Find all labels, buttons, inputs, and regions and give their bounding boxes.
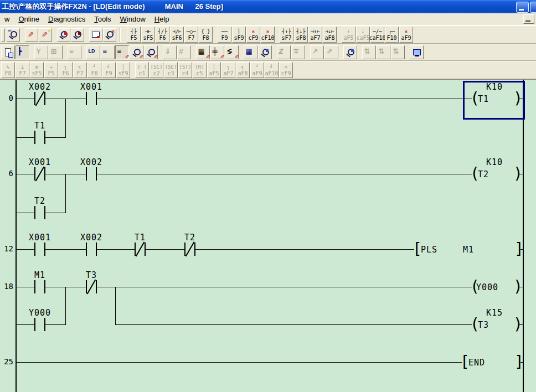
ladder-edit-canvas[interactable]: 0 X002 X001 T1 K10 ( T1 ) 6 X001 X002 T2… — [0, 79, 536, 392]
parallel-falling-pulse-button[interactable]: ⊣↓⊢aF8 — [323, 27, 337, 43]
wizard-disabled-button[interactable]: Y — [34, 45, 48, 59]
se-disabled-button[interactable]: [SE]c3 — [164, 62, 178, 78]
open-contact-button[interactable]: ┤├F5 — [127, 27, 141, 43]
ground-disabled-button[interactable]: ⊥F7 — [16, 62, 29, 78]
instruction-operand[interactable]: M1 — [463, 245, 474, 255]
grid-disabled-button[interactable]: # — [177, 45, 191, 59]
zoom-cancel-button[interactable] — [103, 28, 116, 42]
menu-item-window[interactable]: Window — [116, 14, 150, 24]
closed-contact-button[interactable]: ┤∕├F6 — [156, 27, 169, 43]
cut-toolbar-button[interactable] — [1, 28, 5, 42]
coil-button[interactable]: ─○─F7 — [184, 27, 198, 43]
contact-label: X002 — [20, 82, 59, 92]
parallel-closed-contact-button[interactable]: ⊣∕⊢sF6 — [170, 27, 184, 43]
menu-item-online[interactable]: Online — [14, 14, 44, 24]
find-device-button[interactable] — [7, 28, 20, 42]
corner3-disabled-button[interactable]: ┘F8 — [87, 62, 101, 78]
data-list-disabled-button[interactable]: ≡ — [68, 45, 81, 59]
monitor-screen-button[interactable] — [410, 45, 424, 59]
compare-edit-button[interactable]: ≶ — [225, 45, 239, 59]
sc-disabled-button[interactable]: [SC]c2 — [150, 62, 163, 78]
no-contact[interactable] — [86, 92, 97, 105]
corner7-disabled-button[interactable]: ┘aF9 — [250, 62, 264, 78]
cross-disabled-button[interactable]: +F5 — [44, 62, 58, 78]
corner1-disabled-button[interactable]: ┐F6 — [59, 62, 73, 78]
param-updown-disabled-button[interactable]: ⇅ — [362, 45, 376, 59]
copy-disabled-button[interactable]: ⊞ — [49, 45, 63, 59]
zoom-in-button[interactable] — [57, 28, 70, 42]
corner4-disabled-button[interactable]: ╛F9 — [102, 62, 116, 78]
edit-mode-button[interactable] — [25, 28, 38, 42]
menu-item-view-cut[interactable]: w — [0, 14, 14, 24]
grid-window-button[interactable]: ▦ — [244, 45, 257, 59]
delete-line-button[interactable]: ×aF9 — [399, 27, 413, 43]
grid-edit-button[interactable]: ▦ — [196, 45, 210, 59]
parallel-rising-pulse-button[interactable]: ⊣↑⊢aF7 — [308, 27, 322, 43]
vline2-disabled-button[interactable]: │aF5 — [207, 62, 221, 78]
no-contact[interactable] — [34, 131, 45, 144]
up-disabled-button[interactable]: ↑aF5 — [342, 27, 355, 43]
menu-item-help[interactable]: Help — [150, 14, 174, 24]
delete-horizontal-line-button[interactable]: ×cF9 — [246, 27, 260, 43]
corner2-disabled-button[interactable]: ╕F7 — [73, 62, 87, 78]
no-contact[interactable] — [86, 167, 97, 180]
project-tree-button[interactable]: ┣ — [16, 45, 29, 59]
wire — [115, 324, 472, 325]
falling-pulse-button[interactable]: ┤↓├sF8 — [294, 27, 308, 43]
parallel-open-contact-button[interactable]: ⊣⊢sF5 — [141, 27, 155, 43]
no-contact[interactable] — [34, 280, 45, 293]
coil-name[interactable]: Y000 — [476, 282, 498, 292]
corner5-disabled-button[interactable]: ┐aF7 — [221, 62, 235, 78]
no-contact[interactable] — [34, 318, 45, 331]
find-edit-button[interactable] — [130, 45, 143, 59]
menu-item-diagnostics[interactable]: Diagnostics — [44, 14, 90, 24]
z-disabled-button[interactable]: Z — [277, 45, 291, 59]
delete-x-disabled-button[interactable]: ×cF9 — [279, 62, 293, 78]
jump-disabled-button[interactable]: ↳F8 — [1, 62, 15, 78]
ladder-edit-button[interactable]: ≡ — [115, 45, 129, 59]
instruction-name[interactable]: END — [468, 358, 485, 368]
ladder-symbol-button[interactable]: ≡ — [101, 45, 115, 59]
no-contact[interactable] — [86, 243, 97, 256]
draw-line-button[interactable]: ┌─F10 — [385, 27, 399, 43]
invert-result-button[interactable]: ─∕─caF10 — [370, 27, 384, 43]
r-disabled-button[interactable]: [R]c5 — [193, 62, 207, 78]
t-disabled-button[interactable]: ∓ — [291, 45, 305, 59]
no-contact[interactable] — [34, 206, 45, 219]
monitor-zoom-button[interactable] — [343, 45, 357, 59]
line-edit-button[interactable]: ╪ — [210, 45, 224, 59]
window-arrow-disabled-button[interactable]: ↗ — [310, 45, 324, 59]
screen-transfer-button[interactable] — [89, 28, 102, 42]
box-x-disabled-button[interactable]: ⊠sF5 — [30, 62, 44, 78]
c1-disabled-button[interactable]: [ ]c1 — [135, 62, 149, 78]
watch-clock-button[interactable] — [258, 45, 272, 59]
param-updown2-disabled-button[interactable]: ⇅ — [377, 45, 390, 59]
coil-name[interactable]: T2 — [478, 169, 489, 179]
vertical-line-button[interactable]: │sF9 — [232, 27, 246, 43]
horizontal-line-button[interactable]: ──F9 — [218, 27, 231, 43]
find-edit-alt-button[interactable] — [144, 45, 158, 59]
edit-new-button[interactable] — [39, 28, 52, 42]
down-disabled-button[interactable]: ↓caF5 — [356, 27, 370, 43]
coil-name[interactable]: T3 — [478, 320, 489, 330]
ld-convert-button[interactable]: LD — [86, 45, 100, 59]
mdi-minimize-button[interactable] — [523, 14, 534, 24]
st-disabled-button[interactable]: [ST]c4 — [178, 62, 192, 78]
corner6-disabled-button[interactable]: ╕aF8 — [236, 62, 250, 78]
vline-disabled-button[interactable]: │sF9 — [116, 62, 130, 78]
minimize-button[interactable] — [516, 2, 529, 13]
menu-item-tools[interactable]: Tools — [90, 14, 115, 24]
wire — [115, 287, 116, 325]
maximize-button[interactable] — [530, 2, 536, 13]
delete-vertical-line-button[interactable]: ×cF10 — [261, 27, 275, 43]
zoom-out-button[interactable] — [71, 28, 84, 42]
param-updown3-disabled-button[interactable]: ⇅ — [391, 45, 405, 59]
application-instruction-button[interactable]: { }F8 — [199, 27, 213, 43]
window-arrow2-disabled-button[interactable]: ⇗ — [324, 45, 338, 59]
corner8-disabled-button[interactable]: ╛aF10 — [265, 62, 279, 78]
rising-pulse-button[interactable]: ┤↑├sF7 — [280, 27, 293, 43]
down-disabled-button2[interactable]: ⇓ — [163, 45, 177, 59]
instruction-name[interactable]: PLS — [421, 245, 437, 255]
no-contact[interactable] — [34, 243, 45, 256]
doc-window-button[interactable] — [1, 45, 15, 59]
